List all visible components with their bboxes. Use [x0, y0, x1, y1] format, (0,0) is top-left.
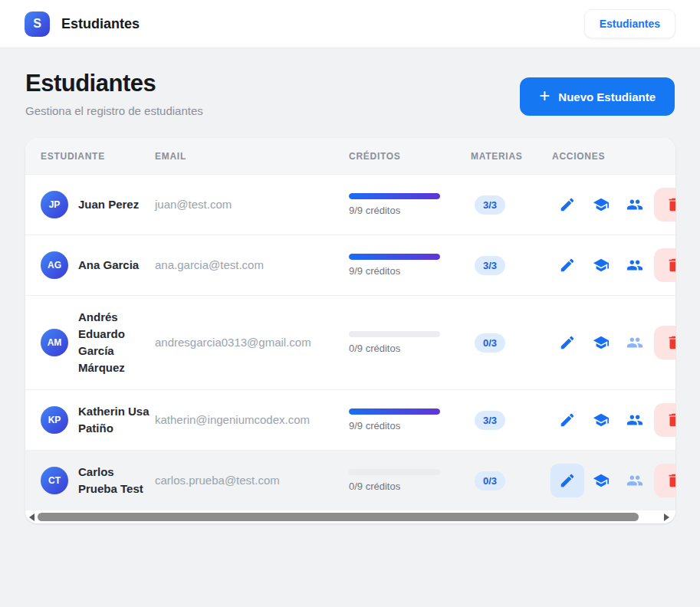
subjects-button[interactable] — [584, 464, 618, 497]
trash-icon — [665, 472, 675, 489]
pencil-icon — [559, 334, 576, 351]
student-email: juan@test.com — [155, 198, 232, 211]
page-subtitle: Gestiona el registro de estudiantes — [25, 104, 203, 117]
email-cell: carlos.prueba@test.com — [155, 474, 349, 487]
materias-badge: 0/3 — [475, 333, 505, 353]
subjects-button[interactable] — [584, 403, 618, 437]
email-cell: juan@test.com — [155, 198, 349, 212]
graduation-cap-icon — [593, 257, 610, 274]
progress-fill — [349, 408, 440, 415]
triangle-right-icon[interactable] — [664, 513, 669, 521]
graduation-cap-icon — [593, 412, 610, 428]
avatar: JP — [41, 191, 68, 218]
student-name: Katherin Usa Patiño — [78, 403, 152, 437]
materias-badge: 3/3 — [475, 256, 505, 275]
table-header-row: ESTUDIANTE EMAIL CRÉDITOS MATERIAS ACCIO… — [25, 138, 675, 174]
student-name: Carlos Prueba Test — [78, 464, 152, 497]
delete-button[interactable] — [654, 464, 675, 497]
table-body: JP Juan Perez juan@test.com 9/9 créditos… — [25, 174, 675, 510]
actions-cell — [552, 326, 675, 359]
subjects-button[interactable] — [584, 326, 618, 359]
materias-badge: 0/3 — [475, 471, 505, 491]
edit-button[interactable] — [550, 464, 584, 497]
subjects-button[interactable] — [584, 248, 618, 282]
student-name: Ana Garcia — [78, 257, 152, 274]
student-email: ana.garcia@test.com — [155, 258, 264, 271]
edit-button[interactable] — [550, 403, 584, 437]
brand: S Estudiantes — [25, 11, 140, 37]
graduation-cap-icon — [593, 472, 610, 489]
materias-cell: 3/3 — [471, 195, 552, 215]
people-icon — [626, 472, 643, 489]
actions-cell — [552, 403, 675, 437]
page-head-text: Estudiantes Gestiona el registro de estu… — [25, 70, 203, 117]
people-icon — [626, 257, 643, 274]
credits-progress: 0/9 créditos — [349, 331, 440, 354]
trash-icon — [665, 334, 675, 351]
progress-bar — [349, 193, 440, 199]
credits-label: 0/9 créditos — [349, 481, 440, 492]
materias-badge: 3/3 — [475, 195, 505, 215]
people-button[interactable] — [618, 403, 652, 437]
horizontal-scrollbar[interactable] — [25, 510, 675, 523]
column-header-email: EMAIL — [155, 151, 349, 162]
people-button[interactable] — [618, 326, 652, 359]
edit-button[interactable] — [550, 248, 584, 282]
actions-group — [550, 403, 675, 437]
new-student-button[interactable]: + Nuevo Estudiante — [520, 77, 675, 116]
credits-progress: 9/9 créditos — [349, 408, 440, 431]
actions-group — [550, 188, 675, 221]
delete-button[interactable] — [654, 326, 675, 359]
people-button[interactable] — [618, 188, 652, 221]
delete-button[interactable] — [654, 403, 675, 437]
nav-estudiantes-button[interactable]: Estudiantes — [584, 9, 675, 38]
student-cell: AM Andrés Eduardo García Márquez — [25, 309, 155, 376]
delete-button[interactable] — [654, 188, 675, 221]
student-cell: AG Ana Garcia — [25, 251, 155, 279]
app-logo: S — [25, 11, 50, 37]
progress-bar — [349, 254, 440, 260]
pencil-icon — [559, 257, 576, 274]
credits-label: 9/9 créditos — [349, 420, 440, 431]
actions-cell — [552, 188, 675, 221]
triangle-left-icon[interactable] — [29, 513, 35, 521]
email-cell: katherin@ingeniumcodex.com — [155, 413, 349, 427]
scrollbar-thumb[interactable] — [38, 513, 639, 521]
edit-button[interactable] — [550, 326, 584, 359]
pencil-icon — [559, 412, 576, 428]
credits-label: 9/9 créditos — [349, 205, 440, 216]
page-head: Estudiantes Gestiona el registro de estu… — [0, 48, 700, 117]
student-email: andresgarcia0313@gmail.com — [155, 336, 311, 349]
pencil-icon — [559, 196, 576, 213]
table-row: KP Katherin Usa Patiño katherin@ingenium… — [25, 389, 675, 450]
actions-group — [550, 248, 675, 282]
avatar: AM — [41, 329, 68, 356]
avatar: CT — [41, 467, 68, 494]
edit-button[interactable] — [550, 188, 584, 221]
progress-fill — [349, 254, 440, 260]
trash-icon — [665, 257, 675, 274]
people-button[interactable] — [618, 248, 652, 282]
credits-cell: 0/9 créditos — [349, 469, 471, 492]
students-table-card: ESTUDIANTE EMAIL CRÉDITOS MATERIAS ACCIO… — [25, 138, 675, 523]
subjects-button[interactable] — [584, 188, 618, 221]
student-email: carlos.prueba@test.com — [155, 474, 280, 487]
credits-cell: 0/9 créditos — [349, 331, 471, 354]
actions-group — [550, 464, 675, 497]
pencil-icon — [559, 472, 576, 489]
avatar: KP — [41, 406, 68, 434]
trash-icon — [665, 412, 675, 428]
trash-icon — [665, 196, 675, 213]
graduation-cap-icon — [593, 334, 610, 351]
materias-cell: 0/3 — [471, 471, 552, 491]
actions-cell — [552, 464, 675, 497]
progress-bar — [349, 408, 440, 415]
plus-icon: + — [539, 87, 550, 105]
table-row: JP Juan Perez juan@test.com 9/9 créditos… — [25, 174, 675, 235]
progress-bar — [349, 469, 440, 475]
people-button[interactable] — [618, 464, 652, 497]
student-cell: CT Carlos Prueba Test — [25, 464, 155, 497]
credits-label: 0/9 créditos — [349, 343, 440, 354]
delete-button[interactable] — [654, 248, 675, 282]
actions-cell — [552, 248, 675, 282]
